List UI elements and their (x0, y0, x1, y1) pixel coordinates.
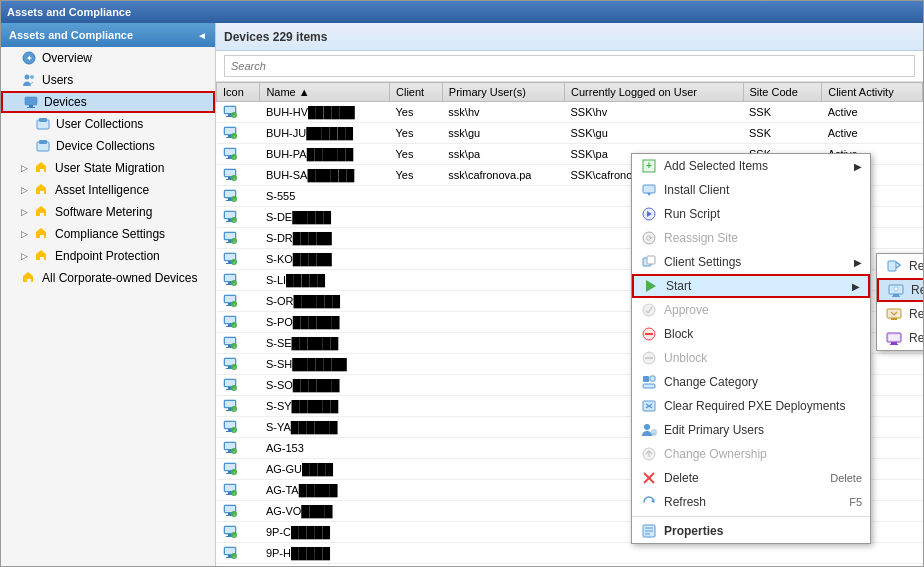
context-menu-delete-label: Delete (664, 471, 699, 485)
col-client: Client (390, 83, 443, 102)
table-cell: S-OR██████ (260, 291, 390, 312)
start-icon (642, 277, 660, 295)
table-cell (442, 396, 564, 417)
sidebar-collapse-button[interactable]: ◄ (197, 30, 207, 41)
expand-arrow-user-state: ▷ (21, 163, 31, 173)
svg-point-163 (644, 424, 650, 430)
context-menu-start[interactable]: Start ▶ (632, 274, 870, 298)
sidebar-item-device-collections-label: Device Collections (56, 139, 155, 153)
table-cell (743, 543, 822, 564)
table-cell (390, 396, 443, 417)
sidebar-item-software-metering-label: Software Metering (55, 205, 152, 219)
context-menu-properties[interactable]: Properties (632, 519, 870, 543)
sidebar-item-devices[interactable]: Devices (1, 91, 215, 113)
search-input[interactable] (224, 55, 915, 77)
context-menu-block-label: Block (664, 327, 693, 341)
sidebar-item-device-collections[interactable]: Device Collections (1, 135, 215, 157)
table-cell (390, 207, 443, 228)
table-cell-icon: ✓ (217, 312, 260, 333)
svg-text:✓: ✓ (232, 239, 235, 244)
table-cell: S-555 (260, 186, 390, 207)
user-collections-icon (35, 116, 51, 132)
search-bar (216, 51, 923, 82)
svg-text:✓: ✓ (232, 155, 235, 160)
table-cell-icon: ✓ (217, 354, 260, 375)
device-row-icon: ✓ (223, 545, 237, 559)
sidebar-item-user-collections[interactable]: User Collections (1, 113, 215, 135)
table-cell (390, 501, 443, 522)
svg-rect-10 (39, 140, 47, 144)
svg-text:⟳: ⟳ (646, 234, 653, 243)
col-logged-user: Currently Logged on User (565, 83, 743, 102)
context-menu-start-label: Start (666, 279, 691, 293)
sidebar-item-software-metering[interactable]: ▷ Software Metering (1, 201, 215, 223)
sidebar-item-endpoint-protection[interactable]: ▷ Endpoint Protection (1, 245, 215, 267)
context-menu-clear-pxe[interactable]: Clear Required PXE Deployments (632, 394, 870, 418)
submenu-remote-assistance-label: Remote Assistance (909, 307, 923, 321)
app-window: Assets and Compliance Assets and Complia… (0, 0, 924, 567)
context-menu-install-client[interactable]: Install Client (632, 178, 870, 202)
table-cell: SSK (743, 102, 822, 123)
sidebar-item-asset-intelligence[interactable]: ▷ Asset Intelligence (1, 179, 215, 201)
table-cell: 9P-H█████ (260, 543, 390, 564)
table-cell: S-SH███████ (260, 354, 390, 375)
sidebar-item-endpoint-protection-label: Endpoint Protection (55, 249, 160, 263)
context-menu-change-ownership[interactable]: Change Ownership (632, 442, 870, 466)
context-menu-unblock[interactable]: Unblock (632, 346, 870, 370)
context-menu-reassign-site[interactable]: ⟳ Reassign Site (632, 226, 870, 250)
asset-intelligence-icon (34, 182, 50, 198)
submenu-item-remote-control[interactable]: Remote Control (877, 278, 923, 302)
table-cell (390, 186, 443, 207)
device-row-icon: ✓ (223, 440, 237, 454)
sidebar-item-users[interactable]: Users (1, 69, 215, 91)
refresh-shortcut: F5 (849, 496, 862, 508)
context-menu-approve-label: Approve (664, 303, 709, 317)
table-row[interactable]: ✓ BUH-JU██████Yesssk\guSSK\guSSKActive (217, 123, 923, 144)
table-cell-icon: ✓ (217, 102, 260, 123)
svg-text:✓: ✓ (232, 554, 235, 559)
svg-rect-157 (643, 376, 649, 382)
context-menu-add-selected[interactable]: + Add Selected Items ▶ (632, 154, 870, 178)
table-cell: ssk\cafronova.pa (442, 165, 564, 186)
submenu-item-remote-assistance[interactable]: Remote Assistance (877, 302, 923, 326)
endpoint-protection-icon (34, 248, 50, 264)
device-row-icon: ✓ (223, 293, 237, 307)
context-menu-refresh[interactable]: Refresh F5 (632, 490, 870, 514)
sidebar-item-user-state-migration[interactable]: ▷ User State Migration (1, 157, 215, 179)
context-menu-change-category[interactable]: Change Category (632, 370, 870, 394)
table-cell (442, 186, 564, 207)
sidebar-header: Assets and Compliance ◄ (1, 23, 215, 47)
edit-primary-users-icon (640, 421, 658, 439)
context-menu-edit-primary-users[interactable]: Edit Primary Users (632, 418, 870, 442)
svg-point-179 (894, 287, 898, 291)
submenu-item-remote-desktop[interactable]: Remote Desktop Client (877, 326, 923, 350)
sidebar-item-overview[interactable]: ✦ Overview (1, 47, 215, 69)
svg-text:✦: ✦ (26, 54, 33, 63)
start-submenu: Resource Explorer Remote Control (876, 253, 923, 351)
table-cell-icon: ✓ (217, 270, 260, 291)
sidebar-item-devices-label: Devices (44, 95, 87, 109)
start-submenu-arrow: ▶ (852, 281, 860, 292)
context-menu-separator (632, 516, 870, 517)
table-cell (390, 270, 443, 291)
table-row[interactable]: ✓ BUH-HV██████Yesssk\hvSSK\hvSSKActive (217, 102, 923, 123)
change-category-icon (640, 373, 658, 391)
context-menu-block[interactable]: Block (632, 322, 870, 346)
sidebar-item-all-corporate-devices[interactable]: All Corporate-owned Devices (1, 267, 215, 289)
svg-rect-159 (643, 384, 655, 388)
context-menu-approve[interactable]: Approve (632, 298, 870, 322)
table-cell-icon: ✓ (217, 522, 260, 543)
compliance-settings-icon (34, 226, 50, 242)
device-row-icon: ✓ (223, 188, 237, 202)
svg-rect-180 (887, 309, 901, 318)
submenu-item-resource-explorer[interactable]: Resource Explorer (877, 254, 923, 278)
context-menu-delete[interactable]: Delete Delete (632, 466, 870, 490)
sidebar-item-compliance-settings[interactable]: ▷ Compliance Settings (1, 223, 215, 245)
properties-icon (640, 522, 658, 540)
context-menu-client-settings[interactable]: Client Settings ▶ (632, 250, 870, 274)
col-activity: Client Activity (822, 83, 923, 102)
table-row[interactable]: ✓ 9P-H█████ (217, 543, 923, 564)
reassign-site-icon: ⟳ (640, 229, 658, 247)
context-menu-run-script[interactable]: Run Script (632, 202, 870, 226)
svg-text:✓: ✓ (232, 386, 235, 391)
